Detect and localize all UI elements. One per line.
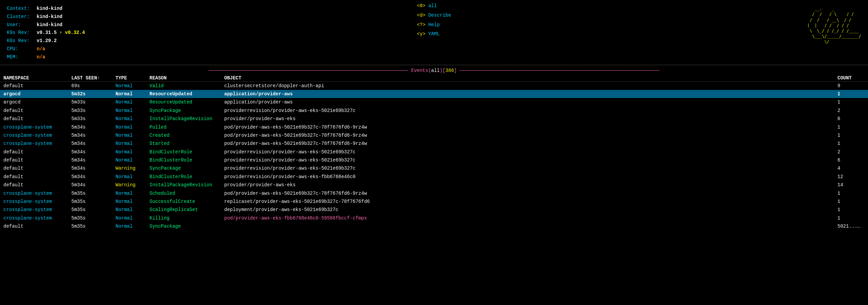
- table-row[interactable]: crossplane-system 5m34s Normal Started p…: [0, 139, 868, 148]
- table-row[interactable]: crossplane-system 5m35s Normal ScalingRe…: [0, 206, 868, 214]
- cell-reason: Started: [149, 140, 224, 147]
- table-row[interactable]: crossplane-system 5m34s Normal Pulled po…: [0, 123, 868, 131]
- nav-help[interactable]: <?> Help: [417, 21, 451, 29]
- col-object: OBJECT: [224, 75, 837, 81]
- cell-count: 4: [837, 165, 865, 172]
- cell-reason: Killing: [149, 214, 224, 222]
- table-row[interactable]: default 5m33s Normal SyncPackage provide…: [0, 107, 868, 115]
- cell-reason: ResourceUpdated: [149, 98, 224, 106]
- cell-type: Normal: [116, 123, 149, 131]
- nav-yaml-label: YAML: [428, 31, 440, 37]
- cell-object: providerrevision/provider-aws-eks-5021e6…: [224, 148, 837, 156]
- cell-last-seen: 5m33s: [71, 107, 116, 114]
- col-namespace: NAMESPACE: [3, 75, 71, 81]
- cell-reason: SuccessfulCreate: [149, 198, 224, 205]
- cell-reason: InstallPackageRevision: [149, 115, 224, 122]
- cell-count: 1: [837, 123, 865, 131]
- cell-last-seen: 5m35s: [71, 206, 116, 213]
- cell-reason: SyncPackage: [149, 223, 224, 230]
- cell-type: Normal: [116, 214, 149, 222]
- cell-reason: SyncPackage: [149, 165, 224, 172]
- cell-type: Warning: [116, 181, 149, 189]
- cluster-value: kind-kind: [37, 13, 63, 21]
- cell-object: [224, 223, 837, 230]
- col-type: TYPE: [116, 75, 149, 81]
- cell-type: Normal: [116, 115, 149, 122]
- nav-all-key: <0>: [417, 3, 425, 8]
- cell-last-seen: 5m34s: [71, 140, 116, 147]
- cell-type: Normal: [116, 107, 149, 114]
- cell-reason: ResourceUpdated: [149, 90, 224, 98]
- k9s-rev-label: K9s Rev:: [7, 29, 34, 37]
- table-row[interactable]: default 5m33s Normal InstallPackageRevis…: [0, 115, 868, 123]
- cell-namespace: crossplane-system: [3, 132, 71, 139]
- cell-namespace: crossplane-system: [3, 190, 71, 197]
- nav-all[interactable]: <0> all: [417, 2, 451, 10]
- nav-describe[interactable]: <d> Describe: [417, 12, 451, 20]
- cell-object: providerrevision/provider-aws-eks-fbb676…: [224, 173, 837, 180]
- nav-help-key: <?>: [417, 22, 425, 27]
- cell-reason: BindClusterRole: [149, 148, 224, 156]
- table-row[interactable]: default 5m35s Normal SyncPackage 5021...…: [0, 222, 868, 230]
- cell-reason: BindClusterRole: [149, 156, 224, 164]
- events-dash-left: ────────────────────────────────────────…: [209, 68, 411, 73]
- table-row[interactable]: default 5m34s Warning SyncPackage provid…: [0, 164, 868, 172]
- cell-type: Warning: [116, 165, 149, 172]
- table-row[interactable]: crossplane-system 5m35s Normal Successfu…: [0, 197, 868, 206]
- table-row[interactable]: crossplane-system 5m35s Normal Killing p…: [0, 214, 868, 222]
- cpu-label: CPU:: [7, 45, 34, 53]
- events-dash-right: ────────────────────────────────────────…: [460, 68, 659, 73]
- cell-count: 1: [837, 132, 865, 139]
- cell-count: 6: [837, 156, 865, 164]
- cell-object: providerrevision/provider-aws-eks-5021e6…: [224, 107, 837, 114]
- cell-reason: Created: [149, 132, 224, 139]
- cell-count: 1: [837, 140, 865, 147]
- cell-type: Normal: [116, 90, 149, 98]
- cell-object: provider/provider-aws-eks: [224, 181, 837, 189]
- table-row[interactable]: argocd 5m32s Normal ResourceUpdated appl…: [0, 90, 868, 98]
- table-row[interactable]: default 5m34s Warning InstallPackageRevi…: [0, 181, 868, 189]
- events-all-text: all: [431, 68, 440, 73]
- cell-type: Normal: [116, 140, 149, 147]
- k9s-rev-upgrade: v0.32.4: [65, 29, 85, 37]
- cell-namespace: default: [3, 181, 71, 189]
- table-row[interactable]: crossplane-system 5m35s Normal Scheduled…: [0, 189, 868, 197]
- col-count: COUNT: [837, 75, 865, 81]
- mem-value: n/a: [37, 53, 45, 61]
- table-row[interactable]: default 5m34s Normal BindClusterRole pro…: [0, 156, 868, 164]
- cell-type: Normal: [116, 156, 149, 164]
- cluster-row: Cluster: kind-kind: [7, 13, 129, 21]
- k9s-rev-row: K9s Rev: v0.31.5 ⚡ v0.32.4: [7, 29, 129, 37]
- cell-count: 12: [837, 173, 865, 180]
- cell-count: 2: [837, 148, 865, 156]
- cell-namespace: crossplane-system: [3, 198, 71, 205]
- cell-object: providerrevision/provider-aws-eks-5021e6…: [224, 165, 837, 172]
- cpu-row: CPU: n/a: [7, 45, 129, 53]
- table-row[interactable]: default 69s Normal Valid clustersecretst…: [0, 82, 868, 90]
- table-row[interactable]: crossplane-system 5m34s Normal Created p…: [0, 131, 868, 139]
- cell-namespace: default: [3, 82, 71, 90]
- cell-type: Normal: [116, 198, 149, 205]
- cell-namespace: default: [3, 223, 71, 230]
- table-row[interactable]: default 5m34s Normal BindClusterRole pro…: [0, 148, 868, 156]
- k9s-logo: __. _ / / / \ / / / / / __\ / / | | / / …: [805, 0, 861, 57]
- cell-object: clustersecretstore/doppler-auth-api: [224, 82, 837, 90]
- cell-reason: ScalingReplicaSet: [149, 206, 224, 213]
- cell-object: deployment/provider-aws-eks-5021e69b327c: [224, 206, 837, 213]
- table-row[interactable]: default 5m34s Normal BindClusterRole pro…: [0, 173, 868, 181]
- cell-type: Normal: [116, 98, 149, 106]
- cell-type: Normal: [116, 82, 149, 90]
- cell-namespace: default: [3, 148, 71, 156]
- nav-all-label: all: [428, 3, 437, 8]
- cell-namespace: argocd: [3, 90, 71, 98]
- context-row: Context: kind-kind: [7, 5, 129, 13]
- cell-last-seen: 5m34s: [71, 132, 116, 139]
- events-count: 386: [445, 68, 454, 73]
- nav-yaml[interactable]: <y> YAML: [417, 30, 451, 38]
- top-divider: [0, 65, 868, 65]
- table-row[interactable]: argocd 5m33s Normal ResourceUpdated appl…: [0, 98, 868, 106]
- k8s-rev-row: K8s Rev: v1.29.2: [7, 37, 129, 45]
- cell-reason: InstallPackageRevision: [149, 181, 224, 189]
- cell-last-seen: 5m34s: [71, 148, 116, 156]
- cell-namespace: crossplane-system: [3, 206, 71, 213]
